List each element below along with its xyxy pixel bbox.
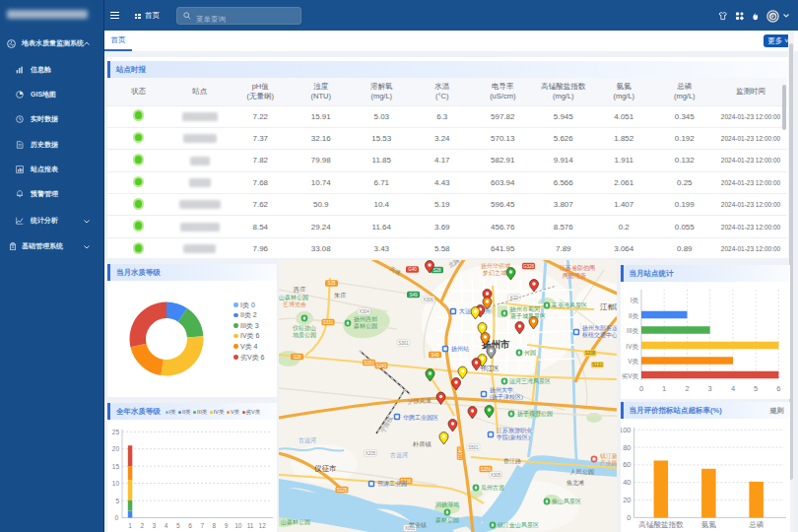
svg-text:20: 20 (112, 445, 120, 452)
svg-text:江都区: 江都区 (600, 302, 618, 311)
svg-text:15: 15 (112, 462, 120, 469)
svg-text:0: 0 (114, 514, 118, 521)
svg-text:闸管理所: 闸管理所 (563, 272, 586, 280)
svg-text:瓜州古渡: 瓜州古渡 (481, 484, 504, 492)
svg-text:X305: X305 (490, 473, 500, 478)
svg-text:25: 25 (112, 428, 120, 434)
svg-text:G40: G40 (408, 267, 417, 272)
svg-text:IV类: IV类 (626, 343, 638, 350)
svg-text:6: 6 (188, 522, 192, 529)
svg-text:S301: S301 (398, 341, 409, 346)
svg-text:S28: S28 (432, 268, 441, 273)
svg-text:高锰酸盐指数: 高锰酸盐指数 (638, 520, 684, 529)
svg-text:2: 2 (685, 384, 689, 393)
svg-text:朴席镇: 朴席镇 (412, 440, 432, 447)
svg-text:80: 80 (623, 443, 631, 452)
svg-text:S49: S49 (409, 293, 418, 298)
svg-text:扬州大学: 扬州大学 (490, 386, 513, 394)
svg-text:II类: II类 (628, 312, 638, 319)
svg-text:X205: X205 (365, 451, 375, 456)
svg-text:5: 5 (176, 522, 180, 529)
svg-text:茱萸湾风景区: 茱萸湾风景区 (552, 301, 587, 309)
svg-text:3: 3 (153, 522, 157, 529)
svg-text:S28: S28 (293, 355, 301, 360)
svg-text:S331: S331 (322, 320, 333, 325)
svg-text:氨氮: 氨氮 (700, 520, 716, 529)
svg-text:S353: S353 (364, 361, 374, 366)
svg-text:仪征市: 仪征市 (314, 464, 337, 473)
svg-text:仪征捺山: 仪征捺山 (293, 324, 316, 332)
svg-text:2: 2 (140, 522, 144, 529)
svg-text:S243: S243 (375, 364, 386, 368)
svg-text:60: 60 (623, 460, 631, 469)
svg-text:唐子城风景区: 唐子城风景区 (510, 312, 546, 320)
svg-text:0: 0 (627, 513, 631, 522)
svg-text:20: 20 (623, 496, 631, 504)
svg-text:S35: S35 (327, 281, 336, 286)
svg-text:9: 9 (225, 522, 229, 529)
svg-text:扬子颈野公园: 扬子颈野公园 (517, 410, 553, 418)
svg-text:扬州东部客运: 扬州东部客运 (582, 324, 618, 332)
svg-text:古运河: 古运河 (299, 437, 316, 444)
svg-text:镇江新村: 镇江新村 (599, 452, 618, 460)
svg-text:S338: S338 (584, 351, 595, 356)
svg-text:扬州华侨城: 扬州华侨城 (481, 263, 510, 270)
svg-text:扬州市蜀冈: 扬州市蜀冈 (510, 305, 540, 313)
svg-text:G4011: G4011 (457, 446, 462, 460)
svg-text:运河三湾风景区: 运河三湾风景区 (509, 377, 551, 385)
svg-text:焦北滩: 焦北滩 (566, 479, 584, 487)
svg-text:12: 12 (259, 522, 267, 529)
svg-text:6: 6 (776, 384, 780, 393)
svg-text:4: 4 (730, 384, 734, 393)
svg-text:S501: S501 (468, 445, 479, 450)
svg-text:山森林公园: 山森林公园 (281, 519, 310, 526)
svg-text:S49: S49 (431, 353, 439, 358)
svg-text:江苏旅游职业: 江苏旅游职业 (497, 427, 532, 434)
svg-text:V类: V类 (628, 358, 638, 365)
svg-text:学院(新校区): 学院(新校区) (497, 433, 530, 441)
svg-text:梦幻之城: 梦幻之城 (482, 269, 506, 277)
svg-text:森林公园: 森林公园 (354, 323, 377, 330)
svg-text:润扬湿地: 润扬湿地 (435, 500, 460, 508)
svg-text:华腾工业园区: 华腾工业园区 (403, 414, 438, 422)
svg-text:4: 4 (165, 522, 168, 529)
svg-text:朱庄: 朱庄 (334, 292, 346, 299)
svg-text:(扬子津校区): (扬子津校区) (490, 393, 523, 401)
svg-text:1: 1 (662, 384, 666, 393)
svg-text:地质公园: 地质公园 (293, 332, 316, 339)
svg-text:世业镇: 世业镇 (409, 522, 427, 528)
svg-text:春江路: 春江路 (503, 458, 521, 465)
svg-text:X304: X304 (359, 309, 369, 314)
svg-text:枢纽交通中心: 枢纽交通中心 (582, 331, 618, 338)
svg-text:焦山风景区: 焦山风景区 (552, 498, 581, 505)
svg-text:扬州站: 扬州站 (451, 346, 469, 353)
svg-text:森林公园: 森林公园 (435, 517, 459, 524)
svg-text:何园: 何园 (524, 350, 536, 357)
svg-text:8: 8 (213, 522, 217, 529)
svg-text:古运河: 古运河 (390, 452, 408, 459)
svg-text:西庄: 西庄 (293, 286, 305, 294)
svg-text:40: 40 (623, 478, 631, 487)
svg-text:G328: G328 (522, 264, 534, 269)
svg-text:扬州西郊: 扬州西郊 (354, 316, 377, 323)
svg-text:S122: S122 (592, 363, 603, 367)
svg-text:S125: S125 (336, 488, 347, 493)
svg-text:总磷: 总磷 (748, 520, 765, 529)
svg-text:5: 5 (754, 384, 758, 393)
svg-text:I类: I类 (630, 297, 638, 303)
svg-text:江苏省邵伯闸: 江苏省邵伯闸 (560, 264, 595, 272)
svg-text:艺博览会: 艺博览会 (283, 300, 306, 308)
svg-text:人民公园: 人民公园 (569, 469, 594, 476)
svg-text:0: 0 (638, 384, 642, 393)
svg-text:3: 3 (707, 384, 711, 393)
svg-text:X306: X306 (423, 298, 433, 302)
svg-text:山森林公园: 山森林公园 (279, 295, 308, 301)
svg-text:产业园区: 产业园区 (600, 459, 618, 467)
svg-text:10: 10 (234, 522, 242, 529)
svg-text:S356: S356 (480, 467, 491, 472)
svg-text:5: 5 (115, 497, 119, 503)
svg-text:III类: III类 (627, 327, 638, 334)
svg-text:7: 7 (200, 522, 204, 529)
svg-text:邗涛工业园: 邗涛工业园 (377, 480, 407, 488)
svg-text:镇江金山风景区: 镇江金山风景区 (497, 521, 539, 528)
